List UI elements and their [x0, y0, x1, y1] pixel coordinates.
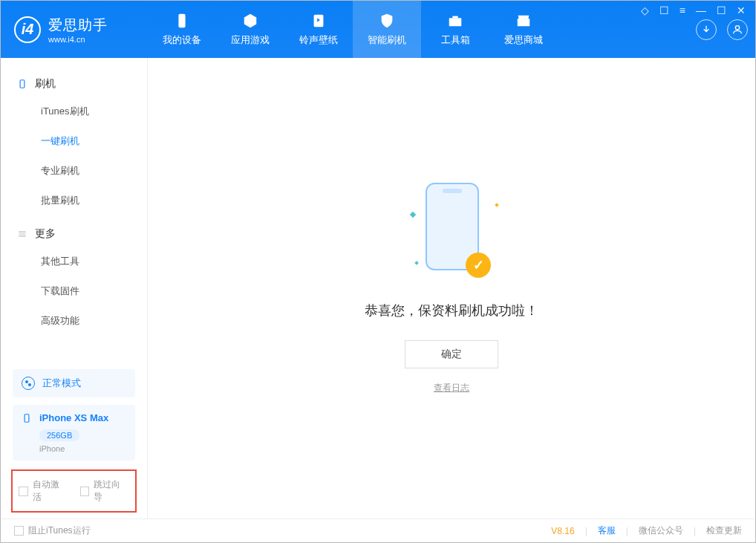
- tab-ringtones-wallpapers[interactable]: 铃声壁纸: [284, 1, 353, 58]
- view-log-link[interactable]: 查看日志: [434, 382, 469, 394]
- svg-rect-0: [178, 14, 185, 27]
- svg-rect-8: [25, 414, 29, 422]
- device-icon: [17, 79, 27, 89]
- version-label: V8.16: [551, 526, 574, 536]
- highlighted-options: 自动激活 跳过向导: [11, 469, 137, 513]
- check-update-link[interactable]: 检查更新: [706, 524, 742, 537]
- skin-icon[interactable]: ◇: [641, 4, 649, 16]
- maximize-icon[interactable]: ☐: [717, 4, 726, 16]
- svg-rect-3: [452, 16, 457, 19]
- tab-label: 爱思商城: [504, 33, 543, 47]
- svg-point-7: [28, 383, 31, 386]
- success-illustration: [411, 183, 492, 279]
- mode-label: 正常模式: [42, 377, 81, 390]
- logo-icon: i4: [14, 16, 41, 43]
- menu-icon[interactable]: ≡: [680, 4, 685, 16]
- tab-label: 我的设备: [163, 33, 201, 47]
- svg-point-6: [25, 380, 28, 383]
- menu-icon: [17, 229, 27, 239]
- feedback-icon[interactable]: ☐: [659, 4, 669, 16]
- device-storage-badge: 256GB: [39, 429, 79, 441]
- success-message: 恭喜您，保资料刷机成功啦！: [365, 302, 538, 319]
- block-itunes-checkbox[interactable]: 阻止iTunes运行: [14, 524, 91, 537]
- music-icon: [310, 12, 328, 30]
- sidebar-item-itunes-flash[interactable]: iTunes刷机: [1, 97, 147, 126]
- footer: 阻止iTunes运行 V8.16 | 客服 | 微信公众号 | 检查更新: [1, 518, 755, 542]
- minimize-icon[interactable]: —: [696, 4, 706, 16]
- main-content: 恭喜您，保资料刷机成功啦！ 确定 查看日志: [148, 58, 755, 518]
- sidebar-item-onekey-flash[interactable]: 一键刷机: [1, 126, 147, 156]
- auto-activate-checkbox[interactable]: 自动激活: [19, 478, 68, 504]
- tab-label: 智能刷机: [368, 33, 406, 47]
- download-button[interactable]: [696, 19, 717, 40]
- checkmark-icon: [466, 253, 491, 278]
- mode-icon: [22, 377, 35, 390]
- window-controls: ◇ ☐ ≡ — ☐ ✕: [641, 4, 746, 16]
- logo-block: i4 爱思助手 www.i4.cn: [14, 16, 148, 44]
- nav-tabs: 我的设备 应用游戏 铃声壁纸 智能刷机 工具箱 爱思商城: [148, 1, 558, 58]
- tab-store[interactable]: 爱思商城: [489, 1, 558, 58]
- phone-icon: [22, 413, 32, 423]
- shield-icon: [378, 12, 396, 30]
- sidebar-section-flash: 刷机: [1, 71, 147, 97]
- svg-rect-2: [449, 18, 462, 26]
- sidebar-item-other-tools[interactable]: 其他工具: [1, 247, 147, 276]
- tab-toolbox[interactable]: 工具箱: [421, 1, 489, 58]
- mode-box[interactable]: 正常模式: [13, 369, 135, 397]
- support-link[interactable]: 客服: [598, 524, 616, 537]
- phone-icon: [173, 12, 191, 30]
- tab-label: 铃声壁纸: [299, 33, 338, 47]
- svg-point-4: [735, 25, 739, 29]
- store-icon: [515, 12, 532, 30]
- sidebar-item-download-firmware[interactable]: 下载固件: [1, 276, 147, 306]
- tab-apps-games[interactable]: 应用游戏: [216, 1, 284, 58]
- device-name: iPhone XS Max: [39, 412, 108, 423]
- toolbox-icon: [446, 12, 464, 30]
- sidebar-item-advanced[interactable]: 高级功能: [1, 306, 147, 336]
- tab-my-device[interactable]: 我的设备: [148, 1, 216, 58]
- device-box[interactable]: iPhone XS Max 256GB iPhone: [13, 405, 135, 461]
- svg-rect-5: [20, 80, 25, 88]
- ok-button[interactable]: 确定: [405, 340, 498, 368]
- device-type: iPhone: [39, 444, 126, 453]
- sidebar-section-more: 更多: [1, 221, 147, 247]
- cube-icon: [241, 12, 259, 30]
- sidebar: 刷机 iTunes刷机 一键刷机 专业刷机 批量刷机 更多 其他工具 下载固件 …: [1, 58, 148, 518]
- wechat-link[interactable]: 微信公众号: [639, 524, 683, 537]
- app-subtitle: www.i4.cn: [48, 35, 108, 44]
- tab-label: 工具箱: [441, 33, 470, 47]
- app-title: 爱思助手: [48, 16, 108, 35]
- close-icon[interactable]: ✕: [737, 4, 746, 16]
- tab-smart-flash[interactable]: 智能刷机: [353, 1, 421, 58]
- user-button[interactable]: [727, 19, 748, 40]
- app-header: i4 爱思助手 www.i4.cn 我的设备 应用游戏 铃声壁纸 智能刷机 工具…: [1, 1, 755, 58]
- sidebar-item-pro-flash[interactable]: 专业刷机: [1, 156, 147, 186]
- tab-label: 应用游戏: [231, 33, 270, 47]
- skip-wizard-checkbox[interactable]: 跳过向导: [80, 478, 130, 504]
- sidebar-item-batch-flash[interactable]: 批量刷机: [1, 186, 147, 215]
